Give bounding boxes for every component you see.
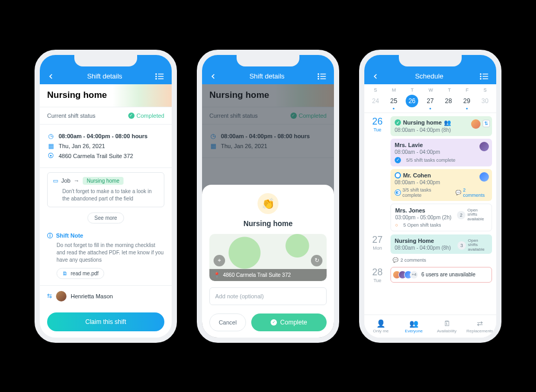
nav-replacements[interactable]: ⇄Replacements [463,315,496,338]
file-icon: 🗎 [62,271,68,276]
job-head: ▭ Job → Nursing home [53,177,159,185]
status-label: Current shift status [47,113,95,119]
status-row: Current shift status ✓ Completed [40,107,172,125]
sheet-title: Nursing home [209,219,327,228]
menu-list-icon[interactable] [479,73,489,80]
date-text: Thu, Jan 26, 2021 [59,143,105,149]
see-more-wrap: See more [40,212,172,223]
shift-note-label: Shift Note [56,232,83,239]
complete-button[interactable]: ✓ Complete [251,313,327,331]
shift-card[interactable]: Mrs. Lavie 08:00am - 04:00pm ✓5/5 shift … [390,139,492,166]
weekday-row: S M T W T F S [364,84,496,94]
date-row: ▦ Thu, Jan 26, 2021 [47,142,164,150]
shift-card[interactable]: ✓Nursing home 👥 08:00am - 04:00pm (8h) ⇅ [390,116,492,136]
back-icon[interactable] [372,73,379,80]
time-text: 08:00am - 04:00pm - 08:00 hours [59,133,148,139]
locate-icon[interactable]: ⌖ [214,255,225,266]
location-pin-icon: 📍 [214,272,220,278]
cal-day[interactable]: 25 [387,95,400,107]
cal-day-selected[interactable]: 26 [406,95,418,107]
cancel-label: Cancel [219,319,237,326]
screen: Nursing home Current shift status ✓ Comp… [40,84,172,338]
device-notch [399,55,462,66]
attachment-chip[interactable]: 🗎 read me.pdf [57,268,104,279]
swap-icon: ⇄ [477,319,483,328]
nav-label: Availability [437,329,457,333]
day-name: Mon [368,245,386,251]
open-shifts-badge: 3 Open shifts available [457,239,489,252]
open-count: 2 [457,211,465,219]
check-circle-icon: ✓ [128,113,135,119]
shift-note-text: Do not forget to fill in the morning che… [47,242,164,264]
arrow-right-icon: → [74,177,80,184]
svg-point-16 [480,78,482,80]
cards: +4 6 users are unavailable [390,267,492,283]
status-value: Completed [137,113,164,119]
comments-text: 2 comments [463,187,488,198]
schedule-body[interactable]: 26 Tue ✓Nursing home 👥 08:00am - 04:00pm… [364,113,496,327]
comment-icon: 💬 [455,190,461,195]
cal-day[interactable]: 29 [461,95,473,107]
shift-note-block: ⓘ Shift Note Do not forget to fill in th… [40,228,172,286]
cancel-button[interactable]: Cancel [209,313,246,331]
shift-card[interactable]: Mrs. Jones 03:00pm - 05:00pm (2h) ○5 Ope… [390,204,492,231]
claim-shift-button[interactable]: Claim this shift [47,312,164,331]
job-badge: Nursing home [83,177,124,185]
shift-note-head: ⓘ Shift Note [47,232,164,240]
unavailable-card[interactable]: +4 6 users are unavailable [390,267,492,283]
nav-only-me[interactable]: 👤Only me [364,315,397,338]
svg-point-14 [480,75,482,77]
cal-day[interactable]: 30 [478,95,491,107]
card-time: 08:00am - 04:00pm [395,180,488,185]
address-text: 4860 Carmela Trail Suite 372 [59,153,133,159]
svg-point-2 [155,75,157,77]
cal-day[interactable]: 28 [442,95,455,107]
location-pin-icon: ⦿ [47,152,54,160]
card-time: 08:00am - 04:00pm [395,149,488,155]
cal-day[interactable]: 24 [369,95,382,107]
time-row: ◷ 08:00am - 04:00pm - 08:00 hours [47,132,164,140]
shift-card[interactable]: Nursing Home 08:00am - 04:00pm (8h) 3 Op… [390,234,492,254]
user-name: Henrietta Mason [71,293,113,299]
comments-text: 2 comments [400,257,426,263]
day-label: 27 Mon [368,234,386,264]
svg-point-4 [155,78,157,80]
back-icon[interactable] [209,73,217,80]
see-more-button[interactable]: See more [87,212,124,223]
cards: Nursing Home 08:00am - 04:00pm (8h) 3 Op… [390,234,492,264]
menu-list-icon[interactable] [317,73,327,80]
user-swap-icon: ⇆ [47,293,52,299]
unavailable-text: 6 users are unavailable [421,272,475,277]
nav-availability[interactable]: 🗓Availability [430,315,463,338]
svg-rect-15 [483,76,488,77]
cal-day[interactable]: 27 [424,95,437,107]
card-title: Nursing home [403,119,442,126]
info-block: ◷ 08:00am - 04:00pm - 08:00 hours ▦ Thu,… [40,125,172,168]
assigned-user-row[interactable]: ⇆ Henrietta Mason [40,286,172,307]
day-name: Tue [368,127,386,132]
phone-shift-details: Shift details Nursing home Current shift… [35,50,177,343]
card-title: Mrs. Jones [395,207,425,214]
weekday: S [374,87,377,93]
day-num: 28 [368,267,386,278]
map-address-bar: 📍 4860 Carmela Trail Suite 372 [209,269,327,281]
refresh-icon[interactable]: ↻ [311,255,322,266]
menu-list-icon[interactable] [155,73,164,80]
svg-point-10 [318,78,319,80]
svg-point-6 [318,73,319,75]
avatar-stack: +4 [395,271,418,279]
open-text: Open shifts available [468,239,489,252]
users-icon: 👥 [409,319,418,328]
weekday: W [429,87,433,93]
tasks-text: 5 Open shift tasks [403,222,441,228]
back-icon[interactable] [47,73,54,80]
briefcase-icon: ▭ [53,177,58,184]
shift-card[interactable]: Mr. Cohen 08:00am - 04:00pm ◐3/5 shift t… [390,169,492,201]
nav-everyone[interactable]: 👥Everyone [397,315,430,338]
phone-complete-sheet: Shift details Nursing home Current shift… [197,50,339,343]
map-preview[interactable]: ⌖ ↻ 📍 4860 Carmela Trail Suite 372 [209,234,327,281]
day-row: 24 25 26 27 28 29 30 [364,94,496,113]
note-input[interactable]: Add note (optional) [209,287,327,305]
device-notch [237,55,299,66]
svg-point-0 [155,73,157,75]
